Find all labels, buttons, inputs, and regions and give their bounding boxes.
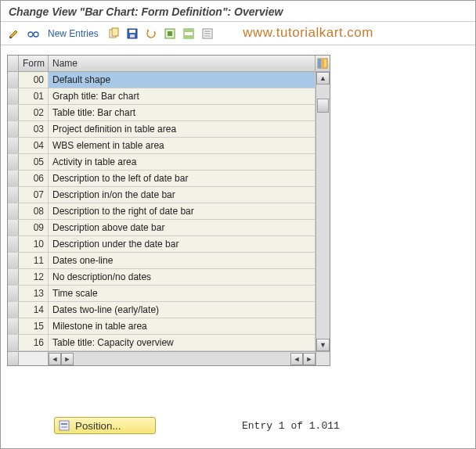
cell-form[interactable]: 15 xyxy=(19,318,49,334)
cell-form[interactable]: 08 xyxy=(19,203,49,219)
deselect-all-icon[interactable] xyxy=(200,27,215,41)
vscroll-track[interactable] xyxy=(316,84,330,339)
row-selector[interactable] xyxy=(8,72,19,88)
cell-form[interactable]: 09 xyxy=(19,220,49,235)
table-row[interactable]: 00Default shape xyxy=(8,72,316,88)
table-row[interactable]: 10Description under the date bar xyxy=(8,236,316,253)
table-settings-icon[interactable] xyxy=(316,56,330,71)
cell-name[interactable]: Description to the left of date bar xyxy=(49,171,316,186)
table-row[interactable]: 11Dates one-line xyxy=(8,253,316,269)
form-definition-grid: Form Name 00Default shape01Graph title: … xyxy=(7,55,330,366)
cell-form[interactable]: 11 xyxy=(19,253,49,268)
cell-name[interactable]: Description to the right of date bar xyxy=(49,203,316,219)
row-selector[interactable] xyxy=(8,318,19,334)
scroll-down-arrow[interactable]: ▼ xyxy=(316,339,330,351)
cell-form[interactable]: 14 xyxy=(19,302,49,318)
table-row[interactable]: 16Table title: Capacity overview xyxy=(8,335,316,351)
scroll-left-arrow[interactable]: ◄ xyxy=(49,353,61,365)
row-selector[interactable] xyxy=(8,88,19,104)
scroll-right-end-arrow[interactable]: ► xyxy=(303,353,316,365)
table-row[interactable]: 04WBS element in table area xyxy=(8,138,316,154)
table-row[interactable]: 15Milestone in table area xyxy=(8,318,316,335)
position-button[interactable]: Position... xyxy=(54,417,156,434)
vscroll-thumb[interactable] xyxy=(317,99,329,113)
table-row[interactable]: 07Description in/on the date bar xyxy=(8,187,316,203)
row-selector[interactable] xyxy=(8,236,19,252)
table-row[interactable]: 12No description/no dates xyxy=(8,269,316,286)
vertical-scrollbar[interactable]: ▲ ▼ xyxy=(316,72,330,351)
cell-form[interactable]: 00 xyxy=(19,72,49,88)
scroll-right-arrow[interactable]: ► xyxy=(61,353,74,365)
cell-name[interactable]: Project definition in table area xyxy=(49,121,316,137)
table-row[interactable]: 06Description to the left of date bar xyxy=(8,171,316,187)
cell-name[interactable]: Table title: Bar chart xyxy=(49,105,316,120)
row-selector[interactable] xyxy=(8,286,19,301)
cell-form[interactable]: 16 xyxy=(19,335,49,350)
cell-form[interactable]: 06 xyxy=(19,171,49,186)
table-row[interactable]: 03Project definition in table area xyxy=(8,121,316,138)
svg-rect-23 xyxy=(61,426,67,428)
row-selector[interactable] xyxy=(8,187,19,203)
cell-name[interactable]: Milestone in table area xyxy=(49,318,316,334)
cell-form[interactable]: 05 xyxy=(19,154,49,170)
cell-name[interactable]: WBS element in table area xyxy=(49,138,316,153)
row-selector[interactable] xyxy=(8,138,19,153)
undo-icon[interactable] xyxy=(144,27,158,41)
cell-form[interactable]: 01 xyxy=(19,88,49,104)
cell-form[interactable]: 02 xyxy=(19,105,49,120)
cell-name[interactable]: Table title: Capacity overview xyxy=(49,335,316,350)
svg-rect-7 xyxy=(129,30,135,33)
toolbar: New Entries www.tutorialkart.com xyxy=(1,22,475,45)
svg-point-2 xyxy=(34,32,38,37)
cell-name[interactable]: Description in/on the date bar xyxy=(49,187,316,203)
table-row[interactable]: 02Table title: Bar chart xyxy=(8,105,316,121)
row-selector[interactable] xyxy=(8,121,19,137)
grid-rows: 00Default shape01Graph title: Bar chart0… xyxy=(8,72,316,351)
cell-form[interactable]: 10 xyxy=(19,236,49,252)
row-selector[interactable] xyxy=(8,105,19,120)
cell-form[interactable]: 03 xyxy=(19,121,49,137)
row-selector[interactable] xyxy=(8,220,19,235)
table-row[interactable]: 14Dates two-line (early/late) xyxy=(8,302,316,318)
column-header-name[interactable]: Name xyxy=(49,56,316,71)
cell-name[interactable]: No description/no dates xyxy=(49,269,316,285)
cell-form[interactable]: 13 xyxy=(19,286,49,301)
scroll-up-arrow[interactable]: ▲ xyxy=(316,72,330,84)
cell-name[interactable]: Graph title: Bar chart xyxy=(49,88,316,104)
scroll-left-end-arrow[interactable]: ◄ xyxy=(290,353,303,365)
display-change-toggle-icon[interactable] xyxy=(7,27,21,41)
cell-name[interactable]: Description above date bar xyxy=(49,220,316,235)
cell-name[interactable]: Dates two-line (early/late) xyxy=(49,302,316,318)
row-selector[interactable] xyxy=(8,253,19,268)
table-row[interactable]: 01Graph title: Bar chart xyxy=(8,88,316,105)
cell-name[interactable]: Default shape xyxy=(49,72,316,88)
grid-header: Form Name xyxy=(8,56,330,72)
table-row[interactable]: 09Description above date bar xyxy=(8,220,316,236)
row-selector[interactable] xyxy=(8,171,19,186)
row-selector[interactable] xyxy=(8,335,19,350)
cell-name[interactable]: Activity in table area xyxy=(49,154,316,170)
select-block-icon[interactable] xyxy=(182,27,196,41)
table-row[interactable]: 05Activity in table area xyxy=(8,154,316,171)
save-icon[interactable] xyxy=(125,27,139,41)
select-all-icon[interactable] xyxy=(163,27,177,41)
row-selector-header[interactable] xyxy=(8,56,19,71)
svg-rect-8 xyxy=(130,34,135,38)
copy-icon[interactable] xyxy=(106,27,121,41)
cell-name[interactable]: Dates one-line xyxy=(49,253,316,268)
row-selector[interactable] xyxy=(8,269,19,285)
cell-form[interactable]: 04 xyxy=(19,138,49,153)
cell-form[interactable]: 07 xyxy=(19,187,49,203)
new-entries-button[interactable]: New Entries xyxy=(45,28,102,39)
table-row[interactable]: 08Description to the right of date bar xyxy=(8,203,316,220)
row-selector[interactable] xyxy=(8,203,19,219)
horizontal-scrollbar[interactable]: ◄ ► ◄ ► xyxy=(8,351,330,365)
table-row[interactable]: 13Time scale xyxy=(8,286,316,302)
column-header-form[interactable]: Form xyxy=(19,56,49,71)
cell-name[interactable]: Time scale xyxy=(49,286,316,301)
cell-name[interactable]: Description under the date bar xyxy=(49,236,316,252)
cell-form[interactable]: 12 xyxy=(19,269,49,285)
glasses-icon[interactable] xyxy=(26,27,40,41)
row-selector[interactable] xyxy=(8,154,19,170)
row-selector[interactable] xyxy=(8,302,19,318)
